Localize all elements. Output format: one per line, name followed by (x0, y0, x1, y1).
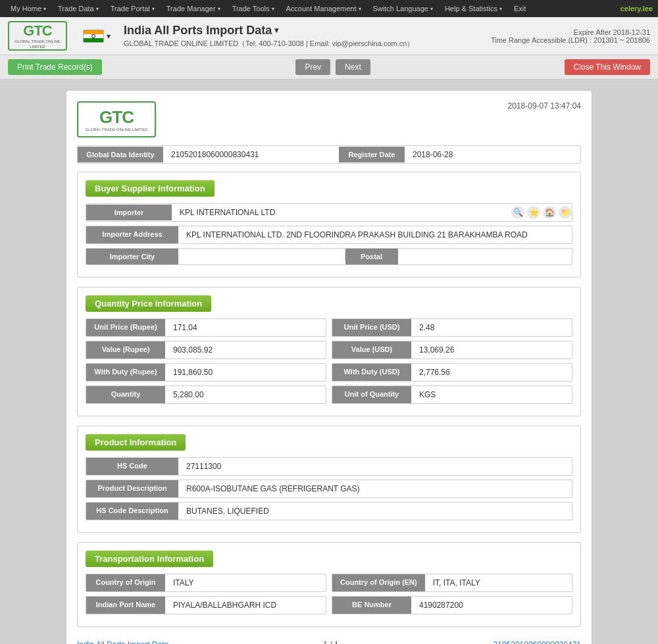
main-content: GTC GLOBAL TRADE ONLINE LIMITED 2018-09-… (0, 80, 658, 644)
unit-price-usd-field: Unit Price (USD) 2.48 (332, 318, 572, 337)
indian-port-field: Indian Port Name PIYALA/BALLABHGARH ICD (86, 596, 326, 614)
flag-dropdown-icon[interactable]: ▾ (107, 32, 111, 41)
unit-price-rupee-field: Unit Price (Rupee) 171.04 (86, 318, 326, 337)
chevron-down-icon: ▾ (499, 6, 502, 12)
register-date-label: Register Date (339, 147, 405, 162)
with-duty-rupee-field: With Duty (Rupee) 191,860.50 (86, 363, 326, 382)
record-footer-center: 1 / 1 (323, 640, 338, 644)
value-usd-label: Value (USD) (332, 341, 411, 359)
chevron-down-icon: ▾ (152, 6, 155, 12)
with-duty-rupee-value: 191,860.50 (165, 364, 326, 381)
global-data-identity-label: Global Data Identity (78, 147, 163, 162)
product-description-value: R600A-ISOBUTANE GAS (REFRIGERANT GAS) (178, 480, 572, 497)
quantity-row: Quantity 5,280.00 Unit of Quantity KGS (86, 385, 572, 404)
hs-code-description-row: HS Code Description BUTANES, LIQUEFIED (86, 502, 572, 520)
top-navigation: My Home ▾ Trade Data ▾ Trade Portal ▾ Tr… (0, 0, 658, 17)
chevron-down-icon: ▾ (96, 6, 99, 12)
importer-value: KPL INTERNATIONAL LTD (172, 204, 506, 221)
title-dropdown-icon[interactable]: ▾ (274, 26, 278, 35)
hs-code-value: 27111300 (178, 458, 572, 475)
record-footer: India All Ports Import Data 1 / 1 210520… (77, 636, 581, 644)
chevron-down-icon: ▾ (218, 6, 220, 12)
unit-price-rupee-label: Unit Price (Rupee) (86, 319, 165, 336)
next-button[interactable]: Next (336, 59, 370, 75)
product-header: Product Information (86, 434, 186, 451)
hs-code-description-label: HS Code Description (86, 503, 178, 520)
nav-my-home[interactable]: My Home ▾ (5, 2, 51, 15)
nav-trade-data[interactable]: Trade Data ▾ (53, 2, 104, 15)
close-button[interactable]: Close This Window (565, 59, 650, 75)
country-of-origin-value: ITALY (165, 574, 326, 591)
buyer-supplier-section: Buyer Supplier Information Importer KPL … (77, 172, 581, 278)
record-logo: GTC GLOBAL TRADE ONLINE LIMITED (77, 101, 156, 137)
chevron-down-icon: ▾ (272, 6, 274, 12)
indian-port-name-value: PIYALA/BALLABHGARH ICD (165, 597, 326, 614)
unit-of-quantity-value: KGS (411, 386, 572, 403)
country-of-origin-field: Country of Origin ITALY (86, 574, 326, 592)
chevron-down-icon: ▾ (359, 6, 361, 12)
importer-city-postal-row: Importer City Postal (86, 248, 572, 265)
importer-icons: 🔍 ⭐ 🏠 📁 (511, 206, 572, 219)
buyer-supplier-header: Buyer Supplier Information (86, 180, 215, 197)
be-number-value: 4190287200 (411, 597, 572, 614)
home-icon[interactable]: 🏠 (543, 206, 556, 219)
nav-trade-tools[interactable]: Trade Tools ▾ (227, 2, 280, 15)
country-origin-row: Country of Origin ITALY Country of Origi… (86, 574, 572, 592)
with-duty-usd-field: With Duty (USD) 2,776.56 (332, 363, 572, 382)
page-title-area: India All Ports Import Data ▾ GLOBAL TRA… (124, 24, 483, 49)
nav-links: My Home ▾ Trade Data ▾ Trade Portal ▾ Tr… (5, 2, 531, 15)
transport-section: Transportation Information Country of Or… (77, 542, 581, 627)
unit-price-usd-label: Unit Price (USD) (332, 319, 411, 336)
email-icon[interactable]: 📁 (559, 206, 572, 219)
with-duty-usd-label: With Duty (USD) (332, 364, 411, 381)
logo-area: GTC GLOBAL TRADE ONLINE LIMITED (8, 21, 67, 51)
star-icon[interactable]: ⭐ (527, 206, 540, 219)
record-container: GTC GLOBAL TRADE ONLINE LIMITED 2018-09-… (66, 90, 592, 644)
value-row: Value (Rupee) 903,085.92 Value (USD) 13,… (86, 341, 572, 359)
hs-code-description-value: BUTANES, LIQUEFIED (178, 503, 572, 520)
nav-switch-language[interactable]: Switch Language ▾ (368, 2, 438, 15)
importer-city-label: Importer City (86, 249, 178, 264)
hs-code-label: HS Code (86, 458, 178, 475)
value-usd-field: Value (USD) 13,069.26 (332, 341, 572, 359)
quantity-price-header: Quantity Price Information (86, 295, 211, 312)
value-rupee-field: Value (Rupee) 903,085.92 (86, 341, 326, 359)
unit-price-rupee-value: 171.04 (165, 319, 326, 336)
unit-price-usd-value: 2.48 (411, 319, 572, 336)
nav-account-management[interactable]: Account Management ▾ (281, 2, 367, 15)
chevron-down-icon: ▾ (430, 6, 433, 12)
product-section: Product Information HS Code 27111300 Pro… (77, 426, 581, 533)
postal-label: Postal (345, 249, 398, 264)
nav-exit[interactable]: Exit (509, 2, 531, 15)
record-footer-right: 21052018060000830431 (494, 640, 581, 644)
unit-of-quantity-label: Unit of Quantity (332, 386, 411, 403)
product-description-label: Product Description (86, 480, 178, 497)
quantity-price-section: Quantity Price Information Unit Price (R… (77, 287, 581, 416)
record-timestamp: 2018-09-07 13:47:04 (508, 101, 581, 111)
importer-city-value (178, 253, 345, 260)
importer-row: Importer KPL INTERNATIONAL LTD 🔍 ⭐ 🏠 📁 (86, 203, 572, 222)
expiry-area: Expire After 2018-12-31 Time Range Acces… (491, 28, 650, 44)
nav-help-statistics[interactable]: Help & Statistics ▾ (440, 2, 507, 15)
importer-label: Importer (86, 205, 172, 220)
country-of-origin-label: Country of Origin (86, 574, 165, 591)
expiry-line1: Expire After 2018-12-31 (491, 28, 650, 36)
print-button[interactable]: Print Trade Record(s) (8, 59, 102, 75)
hs-code-row: HS Code 27111300 (86, 457, 572, 476)
page-title: India All Ports Import Data ▾ (124, 24, 483, 37)
prev-button[interactable]: Prev (295, 59, 330, 75)
quantity-field: Quantity 5,280.00 (86, 385, 326, 404)
be-number-label: BE Number (332, 597, 411, 614)
quantity-label: Quantity (86, 386, 165, 403)
header-bar: GTC GLOBAL TRADE ONLINE LIMITED ▾ India … (0, 17, 658, 55)
country-of-origin-en-label: Country of Origin (EN) (332, 574, 425, 591)
nav-trade-portal[interactable]: Trade Portal ▾ (105, 2, 160, 15)
nav-trade-manager[interactable]: Trade Manager ▾ (161, 2, 226, 15)
postal-value (398, 253, 572, 260)
quantity-value: 5,280.00 (165, 386, 326, 403)
be-number-field: BE Number 4190287200 (332, 596, 572, 614)
with-duty-usd-value: 2,776.56 (411, 364, 572, 381)
search-icon[interactable]: 🔍 (511, 206, 524, 219)
value-rupee-label: Value (Rupee) (86, 341, 165, 359)
product-description-row: Product Description R600A-ISOBUTANE GAS … (86, 480, 572, 498)
